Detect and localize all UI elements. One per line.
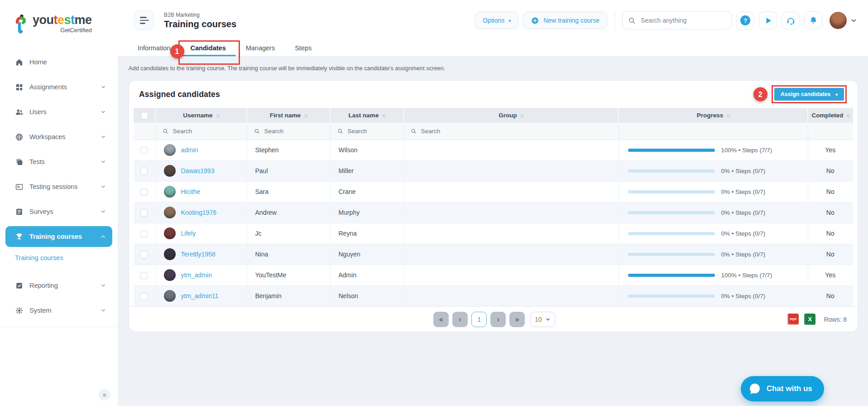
first-name-cell: Paul	[247, 160, 330, 181]
annotation-box-2: Assign candidates▾	[772, 85, 847, 103]
sidebar-item-home[interactable]: Home	[5, 52, 112, 72]
select-all-header	[134, 108, 155, 123]
first-name-cell: YouTestMe	[247, 265, 330, 285]
completed-cell: No	[808, 202, 853, 223]
table-row: Dawas1993 Paul Miller 0% • Steps (0/7) N…	[134, 160, 853, 181]
chevron-down-icon	[850, 17, 857, 24]
export-pdf-icon[interactable]: PDF	[787, 314, 799, 325]
first-name-cell: Jc	[247, 223, 330, 244]
table-row: ytm_admin YouTestMe Admin 100% • Steps (…	[134, 265, 853, 285]
column-header-first-name[interactable]: First name↑↓	[247, 108, 330, 123]
filter-group[interactable]	[420, 127, 586, 135]
options-button[interactable]: Options▾	[475, 12, 518, 29]
row-checkbox[interactable]	[140, 272, 148, 279]
tab-steps[interactable]: Steps	[285, 41, 321, 56]
help-button[interactable]: ?	[736, 11, 754, 29]
plus-circle-icon	[531, 16, 539, 25]
column-header-username[interactable]: Username↑↓	[155, 108, 247, 123]
username-link[interactable]: admin	[181, 146, 198, 154]
chevron-down-icon	[101, 109, 106, 115]
progress-cell: 0% • Steps (0/7)	[619, 202, 808, 223]
group-cell	[403, 181, 619, 202]
sidebar-item-label: Users	[29, 108, 101, 116]
last-page-button[interactable]: »	[509, 312, 525, 327]
row-checkbox[interactable]	[140, 293, 148, 300]
chat-with-us-button[interactable]: Chat with us	[741, 376, 824, 401]
sidebar-menu: Home Assignments Users Workspaces Tests …	[0, 48, 118, 327]
sidebar-item-tests[interactable]: Tests	[5, 151, 112, 172]
row-checkbox[interactable]	[140, 188, 148, 196]
sidebar-item-label: Testing sessions	[29, 183, 101, 190]
username-link[interactable]: Dawas1993	[181, 167, 215, 174]
avatar	[164, 290, 176, 302]
sidebar-item-training-courses[interactable]: Training courses	[5, 226, 112, 247]
row-checkbox[interactable]	[140, 168, 148, 175]
row-checkbox[interactable]	[140, 230, 148, 237]
username-link[interactable]: Lifely	[181, 230, 196, 237]
sidebar-item-label: Assignments	[29, 83, 101, 91]
next-page-button[interactable]: ›	[490, 312, 506, 327]
first-name-cell: Andrew	[247, 202, 330, 223]
group-cell	[403, 244, 619, 265]
sidebar-collapse-button[interactable]: «	[99, 389, 110, 401]
avatar	[164, 227, 176, 239]
chevron-down-icon	[101, 283, 106, 288]
sidebar-item-testing-sessions[interactable]: Testing sessions	[5, 176, 112, 197]
username-link[interactable]: ytm_admin	[181, 271, 212, 279]
sidebar-subitem-training-courses[interactable]: Training courses	[15, 254, 112, 261]
group-cell	[403, 265, 619, 285]
first-page-button[interactable]: «	[433, 312, 449, 327]
sort-icon: ↑↓	[216, 113, 219, 118]
first-name-cell: Sara	[247, 181, 330, 202]
prev-page-button[interactable]: ‹	[452, 312, 468, 327]
sidebar-item-system[interactable]: System	[5, 300, 112, 321]
filter-first-name[interactable]	[264, 127, 324, 135]
sidebar-item-reporting[interactable]: Reporting	[5, 275, 112, 296]
table-row: ytm_admin11 Benjamin Nelson 0% • Steps (…	[134, 285, 853, 306]
avatar	[164, 269, 176, 281]
app-root: youtestme GetCertified Home Assignments …	[0, 0, 868, 406]
select-all-checkbox[interactable]	[141, 112, 148, 119]
table-row: Knoting1976 Andrew Murphy 0% • Steps (0/…	[134, 202, 853, 223]
assign-candidates-button[interactable]: Assign candidates▾	[774, 88, 844, 101]
annotation-step-2: 2	[753, 87, 767, 102]
column-header-progress[interactable]: Progress↑↓	[619, 108, 808, 123]
headset-icon	[786, 16, 796, 25]
filter-username[interactable]	[172, 127, 239, 135]
tab-candidates[interactable]: Candidates 1	[181, 41, 236, 56]
tab-label: Candidates	[191, 44, 226, 52]
chat-icon	[748, 382, 762, 396]
page-size-select[interactable]: 10	[530, 312, 555, 327]
filter-last-name[interactable]	[347, 127, 399, 135]
global-search-input[interactable]	[640, 16, 726, 24]
sidebar-item-users[interactable]: Users	[5, 102, 112, 122]
current-page-button[interactable]: 1	[471, 312, 487, 327]
sidebar-item-surveys[interactable]: Surveys	[5, 201, 112, 222]
notifications-button[interactable]	[804, 11, 822, 29]
completed-cell: No	[808, 285, 853, 306]
chevron-down-icon	[101, 308, 106, 313]
username-link[interactable]: Terettly1958	[181, 251, 216, 258]
table-header-row: Username↑↓First name↑↓Last name↑↓Group↑↓…	[134, 108, 853, 123]
row-checkbox[interactable]	[140, 251, 148, 258]
profile-menu[interactable]	[830, 12, 857, 29]
tab-managers[interactable]: Managers	[236, 41, 285, 56]
main-area: B2B Marketing Training courses Options▾ …	[118, 0, 868, 406]
support-button[interactable]	[782, 11, 800, 29]
row-checkbox[interactable]	[140, 209, 148, 217]
row-checkbox[interactable]	[140, 147, 148, 154]
sidebar-item-workspaces[interactable]: Workspaces	[5, 126, 112, 147]
export-excel-icon[interactable]: X	[804, 314, 815, 325]
sidebar-item-icon	[15, 208, 24, 216]
username-link[interactable]: Knoting1976	[181, 209, 217, 216]
tutorials-button[interactable]	[759, 11, 777, 29]
username-link[interactable]: ytm_admin11	[181, 292, 219, 300]
sidebar-item-assignments[interactable]: Assignments	[5, 77, 112, 97]
last-name-cell: Nguyen	[330, 244, 403, 265]
menu-toggle-button[interactable]	[134, 10, 154, 30]
new-training-course-button[interactable]: New training course	[523, 12, 607, 29]
column-header-last-name[interactable]: Last name↑↓	[330, 108, 403, 123]
column-header-group[interactable]: Group↑↓	[403, 108, 619, 123]
column-header-completed[interactable]: Completed↑↓	[808, 108, 853, 123]
username-link[interactable]: Hicithe	[181, 188, 201, 195]
